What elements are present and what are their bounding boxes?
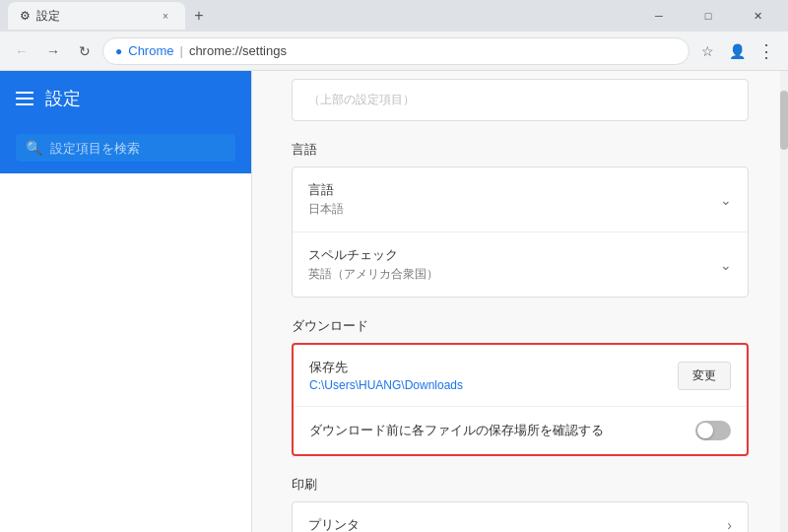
language-section-title: 言語 — [292, 141, 749, 159]
profile-button[interactable]: 👤 — [723, 37, 751, 65]
address-separator: | — [180, 43, 183, 58]
browser-content: 設定 🔍 （上部の設定項目） 言語 言語 日本語 — [0, 71, 788, 532]
spellcheck-chevron-icon: ⌄ — [720, 257, 732, 273]
address-secure-icon: ● — [115, 44, 122, 58]
active-tab[interactable]: ⚙ 設定 × — [8, 2, 185, 30]
tab-strip: ⚙ 設定 × + — [8, 2, 213, 30]
spellcheck-sublabel: 英語（アメリカ合衆国） — [308, 266, 438, 283]
title-bar: ⚙ 設定 × + ─ □ ✕ — [0, 0, 788, 32]
hamburger-button[interactable] — [16, 92, 33, 105]
printer-label: プリンタ — [308, 516, 360, 532]
language-card: 言語 日本語 ⌄ スペルチェック 英語（アメリカ合衆国） ⌄ — [292, 166, 749, 298]
printer-row[interactable]: プリンタ › — [293, 502, 748, 532]
search-input-wrap[interactable]: 🔍 — [16, 134, 235, 162]
address-brand: Chrome — [128, 43, 173, 58]
settings-search-bar: 🔍 — [0, 126, 251, 173]
forward-button[interactable]: → — [39, 37, 67, 65]
change-location-button[interactable]: 変更 — [678, 362, 731, 390]
download-section-title: ダウンロード — [292, 317, 749, 335]
language-row[interactable]: 言語 日本語 ⌄ — [293, 167, 748, 233]
download-section: 保存先 C:\Users\HUANG\Downloads 変更 ダウンロード前に… — [292, 343, 749, 456]
save-location-label: 保存先 — [309, 359, 463, 376]
window-controls: ─ □ ✕ — [636, 0, 780, 32]
browser-toolbar: ← → ↻ ● Chrome | chrome://settings ☆ 👤 ⋮ — [0, 32, 788, 71]
settings-sidebar: 設定 🔍 — [0, 71, 252, 532]
content-inner: （上部の設定項目） 言語 言語 日本語 ⌄ スペルチェック 英語（アメリカ合衆国… — [252, 79, 788, 532]
tab-title: 設定 — [36, 8, 60, 25]
confirm-download-row: ダウンロード前に各ファイルの保存場所を確認する — [294, 407, 747, 454]
top-cutoff-text: （上部の設定項目） — [308, 93, 415, 106]
settings-main-content: （上部の設定項目） 言語 言語 日本語 ⌄ スペルチェック 英語（アメリカ合衆国… — [252, 71, 788, 532]
bookmark-button[interactable]: ☆ — [693, 37, 721, 65]
search-icon: 🔍 — [26, 140, 42, 156]
print-section-title: 印刷 — [292, 476, 749, 494]
address-bar[interactable]: ● Chrome | chrome://settings — [102, 37, 690, 65]
new-tab-button[interactable]: + — [185, 2, 213, 30]
tab-favicon: ⚙ — [20, 9, 31, 23]
maximize-button[interactable]: □ — [686, 0, 731, 32]
spellcheck-row[interactable]: スペルチェック 英語（アメリカ合衆国） ⌄ — [293, 233, 748, 297]
sidebar-header: 設定 — [0, 71, 251, 126]
printer-chevron-icon: › — [727, 517, 732, 532]
tab-close-button[interactable]: × — [158, 8, 173, 24]
search-input[interactable] — [50, 141, 226, 156]
confirm-download-label: ダウンロード前に各ファイルの保存場所を確認する — [309, 422, 604, 439]
scrollbar-track[interactable] — [780, 71, 788, 532]
confirm-download-toggle-wrap[interactable] — [695, 421, 731, 440]
top-cutoff-section: （上部の設定項目） — [292, 79, 749, 121]
confirm-download-toggle[interactable] — [695, 421, 731, 440]
language-chevron-icon: ⌄ — [720, 192, 732, 208]
close-button[interactable]: ✕ — [735, 0, 780, 32]
minimize-button[interactable]: ─ — [636, 0, 682, 32]
print-card: プリンタ › Google クラウド プリント › — [292, 501, 749, 532]
language-sublabel: 日本語 — [308, 201, 344, 218]
back-button[interactable]: ← — [8, 37, 35, 65]
menu-button[interactable]: ⋮ — [753, 37, 780, 65]
save-location-row: 保存先 C:\Users\HUANG\Downloads 変更 — [294, 345, 747, 407]
sidebar-title: 設定 — [45, 87, 81, 110]
toolbar-actions: ☆ 👤 ⋮ — [693, 37, 780, 65]
spellcheck-label: スペルチェック — [308, 246, 438, 264]
toggle-thumb — [697, 423, 713, 438]
address-url: chrome://settings — [189, 43, 287, 58]
language-label: 言語 — [308, 181, 344, 199]
refresh-button[interactable]: ↻ — [71, 37, 98, 65]
scrollbar-thumb[interactable] — [780, 91, 788, 150]
save-location-path: C:\Users\HUANG\Downloads — [309, 378, 463, 392]
